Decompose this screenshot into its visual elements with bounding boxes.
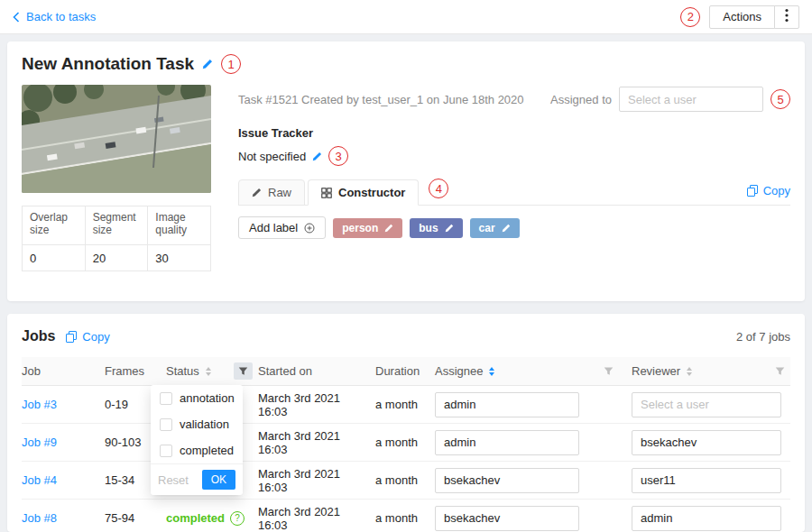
filter-option-validation[interactable]: validation [151,411,243,437]
filter-reset-button[interactable]: Reset [158,473,189,487]
checkbox-icon[interactable] [160,445,172,457]
status-cell: completed ? [166,511,258,526]
copy-icon [747,185,758,197]
assignee-sort-icon[interactable] [489,367,494,376]
annotation-circle-2: 2 [680,7,700,27]
filter-option-label: validation [180,417,229,431]
task-params-table: Overlap size Segment size Image quality … [22,206,211,271]
task-preview-image [22,85,211,193]
labels-tabs: Raw Constructor 4 Copy [238,179,790,206]
param-value: 0 [23,245,86,271]
annotation-circle-5: 5 [770,89,790,109]
constructor-icon [321,188,332,198]
label-chip-person[interactable]: person [333,218,402,238]
param-header: Segment size [85,206,148,245]
filter-ok-button[interactable]: OK [202,470,235,490]
column-reviewer-label: Reviewer [632,364,680,378]
column-status-label: Status [166,364,199,378]
back-to-tasks-label: Back to tasks [26,10,96,23]
column-frames: Frames [105,364,166,378]
add-label-text: Add label [249,221,298,234]
tab-constructor[interactable]: Constructor [308,179,419,206]
copy-labels-link[interactable]: Copy [747,184,790,205]
task-left-column: Overlap size Segment size Image quality … [22,85,211,271]
task-body: Overlap size Segment size Image quality … [22,85,790,271]
frames-cell: 75-94 [105,511,166,525]
actions-button[interactable]: Actions [709,5,775,29]
back-to-tasks-link[interactable]: Back to tasks [13,10,96,23]
filter-option-completed[interactable]: completed [151,437,243,463]
reviewer-input[interactable] [632,468,781,493]
edit-issue-tracker-icon[interactable] [312,151,322,161]
job-link[interactable]: Job #4 [22,473,57,487]
filter-dropdown-footer: Reset OK [151,463,243,495]
started-cell: March 3rd 2021 16:03 [258,429,375,456]
reviewer-input[interactable] [632,392,781,417]
column-assignee-label: Assignee [435,364,483,378]
label-chip-text: bus [419,222,438,234]
assigned-to-group: Assigned to 5 [550,87,790,112]
edit-task-name-icon[interactable] [202,59,213,69]
assignee-input[interactable] [435,506,579,531]
duration-cell: a month [375,436,435,449]
job-row: Job #3 0-19 March 3rd 2021 16:03 a month [22,386,790,424]
filter-option-annotation[interactable]: annotation [151,385,243,411]
actions-button-group: Actions [709,5,799,29]
question-circle-icon[interactable]: ? [230,511,245,526]
jobs-table-header: Job Frames Status Started on Duration As… [22,357,790,386]
status-sort-icon[interactable] [206,367,211,376]
tab-raw[interactable]: Raw [238,179,305,206]
reviewer-sort-icon[interactable] [687,367,692,376]
checkbox-icon[interactable] [160,392,172,405]
copy-jobs-label: Copy [82,330,109,344]
top-bar: Back to tasks 2 Actions [0,0,812,34]
labels-row: Add label person bus [238,216,790,239]
task-page: Back to tasks 2 Actions New Annotation T… [0,0,812,532]
copy-jobs-link[interactable]: Copy [66,330,109,344]
job-link[interactable]: Job #3 [22,398,57,411]
param-header: Image quality [148,206,211,245]
job-link[interactable]: Job #9 [22,436,57,449]
jobs-card: Jobs Copy 2 of 7 jobs Job Frames Status … [7,314,805,532]
task-meta: Task #1521 Created by test_user_1 on Jun… [238,87,524,106]
issue-tracker-section: Issue Tracker Not specified 3 [238,126,790,166]
issue-tracker-value: Not specified [238,150,306,163]
status-filter-icon[interactable] [234,362,253,380]
actions-menu-button[interactable] [774,5,799,29]
task-title: New Annotation Task [22,54,194,74]
assignee-filter-icon[interactable] [604,366,614,376]
reviewer-input[interactable] [632,430,781,455]
job-row: Job #8 75-94 completed ? March 3rd 2021 … [22,500,790,532]
assignee-input[interactable] [435,392,579,417]
task-assignee-input[interactable] [619,87,763,112]
task-meta-row: Task #1521 Created by test_user_1 on Jun… [238,87,790,112]
assignee-input[interactable] [435,430,579,455]
annotation-circle-3: 3 [328,146,348,166]
copy-icon [66,331,77,343]
filter-option-label: annotation [180,391,235,405]
job-link[interactable]: Job #8 [22,511,57,525]
edit-label-icon[interactable] [384,224,393,233]
reviewer-input[interactable] [632,506,781,531]
pencil-icon [252,188,262,197]
issue-tracker-label: Issue Tracker [238,126,790,140]
column-job: Job [22,364,105,378]
status-text: completed [166,511,225,525]
plus-circle-icon [304,223,315,234]
params-header-row: Overlap size Segment size Image quality [23,206,211,245]
started-cell: March 3rd 2021 16:03 [258,467,375,494]
edit-label-icon[interactable] [502,224,511,233]
add-label-button[interactable]: Add label [238,216,326,239]
reviewer-filter-icon[interactable] [775,366,785,376]
more-vertical-icon [785,8,789,25]
edit-label-icon[interactable] [445,224,454,233]
assignee-input[interactable] [435,468,579,493]
label-chip-bus[interactable]: bus [410,218,462,238]
column-started: Started on [258,364,375,378]
label-chip-car[interactable]: car [470,218,520,238]
duration-cell: a month [375,398,435,411]
jobs-title: Jobs [22,328,55,344]
checkbox-icon[interactable] [160,418,172,431]
job-row: Job #9 90-103 March 3rd 2021 16:03 a mon… [22,424,790,462]
tab-constructor-label: Constructor [338,186,405,199]
